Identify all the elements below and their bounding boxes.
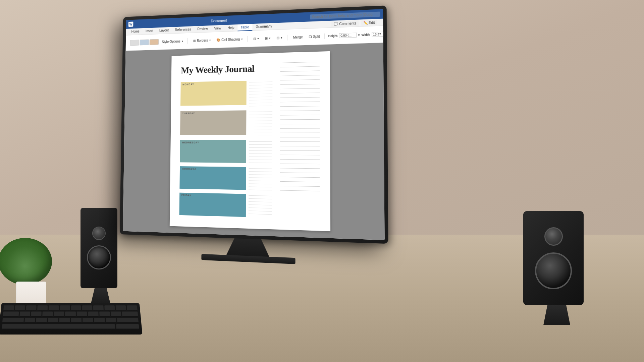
- key[interactable]: [76, 312, 87, 317]
- key[interactable]: [3, 312, 19, 317]
- width-label: Width:: [361, 33, 370, 37]
- key[interactable]: [26, 305, 36, 310]
- tuesday-block: TUESDAY: [180, 110, 246, 135]
- key[interactable]: [117, 318, 139, 323]
- friday-block: FRIDAY: [179, 193, 246, 217]
- table-style-preview3[interactable]: [150, 39, 159, 45]
- monday-block: MONDAY: [180, 81, 247, 106]
- key[interactable]: [127, 305, 138, 310]
- merge-button[interactable]: Merge: [291, 34, 305, 40]
- key[interactable]: [36, 318, 47, 323]
- key[interactable]: [42, 312, 53, 317]
- key[interactable]: [48, 305, 59, 310]
- key[interactable]: [82, 305, 93, 310]
- word-logo: W: [128, 22, 133, 27]
- monitor-outer: W Document Home Insert Layout References…: [120, 5, 388, 244]
- wednesday-content[interactable]: [180, 144, 246, 163]
- key[interactable]: [48, 318, 58, 323]
- props-chevron: ▼: [280, 37, 283, 39]
- tab-insert[interactable]: Insert: [143, 27, 156, 35]
- monday-lines: [246, 80, 275, 110]
- columns-button[interactable]: ⊟ ▼: [251, 36, 262, 42]
- friday-content[interactable]: [179, 197, 246, 217]
- tuesday-cell: TUESDAY: [180, 110, 246, 140]
- speaker-left: [80, 208, 121, 302]
- journal-table: MONDAY: [179, 80, 275, 219]
- search-input[interactable]: [310, 11, 380, 19]
- key[interactable]: [111, 312, 121, 317]
- table-props-button[interactable]: ⊡ ▼: [274, 35, 285, 41]
- key[interactable]: [37, 305, 48, 310]
- tab-help[interactable]: Help: [224, 24, 237, 32]
- rows-button[interactable]: ⊞ ▼: [263, 35, 273, 41]
- key[interactable]: [24, 318, 35, 323]
- key[interactable]: [94, 318, 105, 323]
- cell-shading-button[interactable]: 🎨 Cell Shading ▼: [214, 36, 246, 43]
- split-button[interactable]: ⧠ Split: [306, 34, 322, 40]
- table-row: WEDNESDAY: [180, 140, 275, 167]
- thursday-content[interactable]: [179, 171, 246, 190]
- key[interactable]: [15, 305, 25, 310]
- monitor: W Document Home Insert Layout References…: [119, 5, 389, 273]
- thursday-cell: THURSDAY: [179, 166, 246, 194]
- key[interactable]: [104, 305, 115, 310]
- edit-icon: ✏️: [363, 21, 368, 25]
- tuesday-content[interactable]: [180, 115, 246, 135]
- key[interactable]: [2, 318, 24, 323]
- keyboard-rows: [0, 303, 142, 332]
- style-options-button[interactable]: Style Options ▼: [160, 38, 186, 45]
- key[interactable]: [122, 312, 138, 317]
- key[interactable]: [19, 312, 30, 317]
- tab-grammarly[interactable]: Grammarly: [252, 23, 275, 31]
- key[interactable]: [93, 305, 104, 310]
- key[interactable]: [3, 305, 14, 310]
- tab-layout[interactable]: Layout: [156, 27, 172, 35]
- key[interactable]: [116, 305, 126, 310]
- document-page: My Weekly Journal MONDAY: [170, 51, 330, 231]
- wednesday-lines: [246, 140, 275, 167]
- table-tools-group: ⊟ ▼ ⊞ ▼ ⊡ ▼: [249, 35, 287, 42]
- tab-table[interactable]: Table: [237, 24, 253, 31]
- key[interactable]: [116, 324, 139, 329]
- comments-button[interactable]: 💬 Comments: [331, 20, 359, 27]
- height-input[interactable]: [339, 33, 357, 38]
- spacebar[interactable]: [2, 324, 115, 329]
- style-options-chevron: ▼: [181, 40, 183, 42]
- tab-review[interactable]: Review: [194, 25, 211, 33]
- key[interactable]: [59, 318, 70, 323]
- key[interactable]: [31, 312, 42, 317]
- key[interactable]: [106, 318, 116, 323]
- key[interactable]: [71, 318, 82, 323]
- key[interactable]: [65, 312, 75, 317]
- row-chevron: ▼: [269, 37, 271, 39]
- key[interactable]: [83, 318, 93, 323]
- width-input[interactable]: [372, 32, 385, 37]
- document-area: My Weekly Journal MONDAY: [123, 43, 384, 240]
- monitor-screen: W Document Home Insert Layout References…: [123, 9, 384, 240]
- cell-shading-icon: 🎨: [217, 38, 221, 42]
- cell-shading-chevron: ▼: [241, 38, 243, 40]
- key[interactable]: [54, 312, 64, 317]
- split-icon: ⧠: [309, 35, 312, 39]
- key[interactable]: [60, 305, 70, 310]
- height-stepper[interactable]: ⬆: [358, 34, 360, 37]
- thursday-lines: [246, 167, 275, 194]
- monitor-stand: [221, 238, 275, 257]
- borders-button[interactable]: ⊞ Borders ▼: [191, 37, 214, 44]
- friday-cell: FRIDAY: [179, 193, 246, 218]
- tab-references[interactable]: References: [172, 26, 194, 34]
- key[interactable]: [99, 312, 110, 317]
- wednesday-block: WEDNESDAY: [180, 140, 246, 163]
- borders-icon: ⊞: [193, 39, 196, 43]
- tab-view[interactable]: View: [211, 25, 224, 32]
- key[interactable]: [71, 305, 82, 310]
- size-group: Height: ⬆ Width:: [326, 32, 385, 39]
- table-style-preview[interactable]: [130, 40, 139, 46]
- page-right-notes: [275, 62, 320, 220]
- table-style-preview2[interactable]: [140, 39, 149, 45]
- edit-button[interactable]: ✏️ Edit: [361, 19, 377, 26]
- tab-home[interactable]: Home: [128, 28, 143, 35]
- monday-content[interactable]: [180, 85, 247, 106]
- key[interactable]: [88, 312, 98, 317]
- comments-icon: 💬: [334, 22, 338, 26]
